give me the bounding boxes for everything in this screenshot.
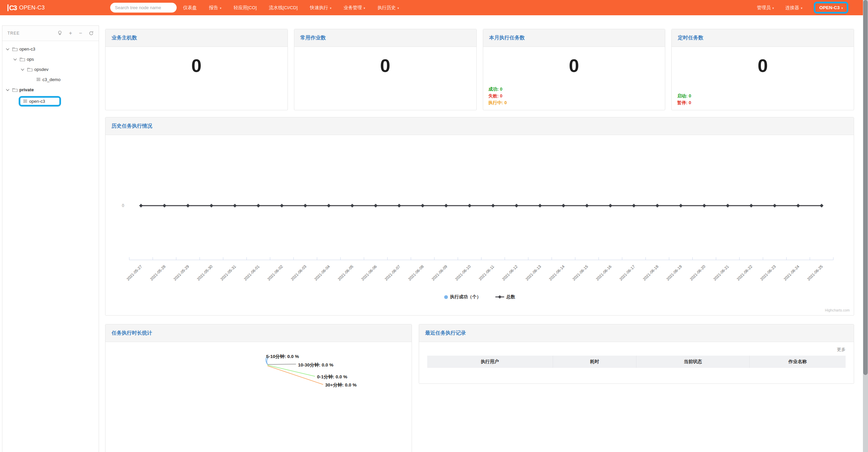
locate-icon[interactable] — [58, 31, 62, 36]
nav-item-4[interactable]: 快速执行▾ — [310, 5, 332, 11]
data-point-marker[interactable] — [632, 204, 636, 208]
stat-card-1: 常用作业数0 — [294, 29, 477, 110]
stat-substat: 执行中: 0 — [489, 99, 507, 106]
collapse-icon[interactable]: − — [79, 31, 82, 36]
nav-right-item-label: 管理员 — [757, 5, 771, 11]
data-point-marker[interactable] — [655, 204, 659, 208]
nav-item-6[interactable]: 执行历史▾ — [377, 5, 399, 11]
pie-label-1[interactable]: 10-30分钟: 0.0 % — [298, 362, 333, 368]
stat-card-body: 0 — [105, 47, 288, 110]
nav-item-2[interactable]: 轻应用[CO] — [234, 5, 257, 11]
data-point-marker[interactable] — [796, 204, 800, 208]
tree-node-open-c3[interactable]: open-c3 — [2, 95, 99, 108]
nav-item-3[interactable]: 流水线[CI/CD] — [269, 5, 298, 11]
nav-right-item-0[interactable]: 管理员▾ — [757, 5, 774, 11]
tree-node-private[interactable]: private — [2, 84, 99, 95]
scrollbar-thumb[interactable] — [863, 0, 868, 375]
nav-item-label: 快速执行 — [310, 5, 328, 11]
x-axis-label: 2021-05-31 — [220, 264, 237, 281]
tree-node-label: ops — [27, 57, 34, 62]
nav-item-1[interactable]: 报告▾ — [209, 5, 222, 11]
data-point-marker[interactable] — [749, 204, 753, 208]
records-panel-header: 最近任务执行记录 — [419, 324, 854, 342]
x-axis-label: 2021-06-18 — [642, 264, 659, 281]
x-axis-label: 2021-06-07 — [384, 264, 401, 281]
x-axis-label: 2021-06-15 — [572, 264, 589, 281]
chevron-down-icon: ▾ — [364, 6, 366, 10]
chevron-down-icon: ▾ — [330, 6, 332, 10]
expand-icon[interactable]: + — [69, 31, 72, 36]
nav-right-item-1[interactable]: 连接器▾ — [785, 5, 802, 11]
pie-label-3[interactable]: 30+分钟: 0.0 % — [325, 382, 357, 388]
x-axis-label: 2021-06-21 — [713, 264, 730, 281]
data-point-marker[interactable] — [820, 204, 824, 208]
data-point-marker[interactable] — [609, 204, 612, 208]
history-chart: 02021-05-272021-05-282021-05-292021-05-3… — [105, 135, 854, 316]
caret-down-icon[interactable] — [14, 57, 17, 60]
data-point-marker[interactable] — [561, 204, 565, 208]
tree-node-c3_demo[interactable]: c3_demo — [2, 74, 99, 84]
x-axis-label: 2021-06-06 — [360, 264, 377, 281]
data-point-marker[interactable] — [679, 204, 683, 208]
pie-label-0[interactable]: 5-10分钟: 0.0 % — [266, 354, 299, 359]
data-point-marker[interactable] — [233, 204, 237, 208]
tree-node-open-c3[interactable]: open-c3 — [2, 44, 99, 54]
data-point-marker[interactable] — [773, 204, 776, 208]
x-axis-label: 2021-06-19 — [666, 264, 683, 281]
data-point-marker[interactable] — [280, 204, 284, 208]
data-point-marker[interactable] — [163, 204, 166, 208]
caret-down-icon[interactable] — [6, 47, 9, 50]
nav-item-0[interactable]: 仪表盘 — [183, 5, 197, 11]
caret-down-icon[interactable] — [21, 67, 24, 71]
records-col-0: 执行用户 — [427, 356, 553, 368]
data-point-marker[interactable] — [139, 204, 143, 208]
x-axis-label: 2021-06-01 — [243, 264, 260, 281]
more-link[interactable]: 更多 — [427, 346, 846, 353]
data-point-marker[interactable] — [726, 204, 730, 208]
stat-card-body: 0成功: 0失败: 0执行中: 0 — [483, 47, 665, 110]
nav-item-5[interactable]: 业务管理▾ — [344, 5, 366, 11]
caret-down-icon[interactable] — [6, 88, 9, 91]
chevron-down-icon: ▾ — [220, 6, 222, 10]
data-point-marker[interactable] — [444, 204, 448, 208]
node-icon — [23, 99, 27, 103]
data-point-marker[interactable] — [256, 204, 260, 208]
data-point-marker[interactable] — [515, 204, 518, 208]
vertical-scrollbar[interactable] — [863, 0, 868, 452]
legend-marker-diamond — [495, 295, 504, 299]
data-point-marker[interactable] — [186, 204, 190, 208]
tree: open-c3opsopsdevc3_demoprivateopen-c3 — [2, 41, 99, 108]
selected-node-highlight: open-c3 — [19, 96, 61, 107]
data-point-marker[interactable] — [303, 204, 307, 208]
nav-item-label: 报告 — [209, 5, 218, 11]
data-point-marker[interactable] — [585, 204, 589, 208]
legend-item-0[interactable]: 执行成功（个） — [444, 294, 481, 300]
refresh-icon[interactable] — [89, 31, 94, 36]
data-point-marker[interactable] — [703, 204, 706, 208]
brand[interactable]: C3 OPEN-C3 — [7, 0, 45, 15]
nav-right-menu: 管理员▾连接器▾OPEN-C3▾ — [757, 0, 848, 15]
data-point-marker[interactable] — [210, 204, 213, 208]
x-axis-label: 2021-06-13 — [525, 264, 542, 281]
legend-item-1[interactable]: 总数 — [495, 294, 515, 300]
tree-node-label: c3_demo — [42, 77, 60, 82]
pie-label-2[interactable]: 0-1分钟: 0.0 % — [317, 374, 347, 379]
stat-card-header: 常用作业数 — [294, 29, 476, 47]
tree-node-opsdev[interactable]: opsdev — [2, 64, 99, 74]
tree-node-ops[interactable]: ops — [2, 54, 99, 64]
data-point-marker[interactable] — [421, 204, 425, 208]
data-point-marker[interactable] — [327, 204, 331, 208]
data-point-marker[interactable] — [538, 204, 542, 208]
data-point-marker[interactable] — [350, 204, 354, 208]
highcharts-credit[interactable]: Highcharts.com — [825, 308, 850, 312]
search-input[interactable] — [110, 3, 177, 13]
data-point-marker[interactable] — [491, 204, 495, 208]
data-point-marker[interactable] — [397, 204, 401, 208]
stat-card-title: 常用作业数 — [300, 35, 326, 41]
data-point-marker[interactable] — [374, 204, 378, 208]
stat-card-value: 0 — [105, 47, 288, 76]
chevron-down-icon: ▾ — [841, 6, 843, 10]
top-navbar: C3 OPEN-C3 仪表盘报告▾轻应用[CO]流水线[CI/CD]快速执行▾业… — [0, 0, 868, 15]
nav-right-item-2[interactable]: OPEN-C3▾ — [814, 2, 848, 14]
data-point-marker[interactable] — [468, 204, 471, 208]
